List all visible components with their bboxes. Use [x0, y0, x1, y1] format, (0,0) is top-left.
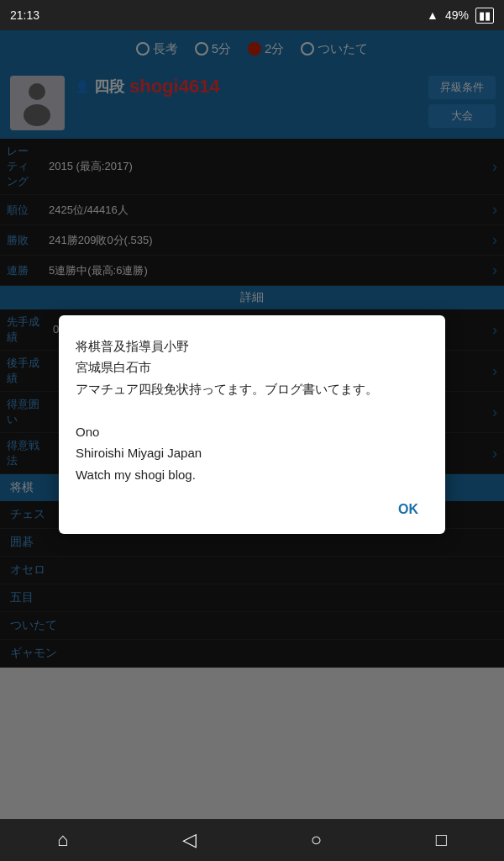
modal-line-5: Shiroishi Miyagi Japan — [76, 442, 428, 464]
modal-line-6: Watch my shogi blog. — [76, 464, 428, 486]
modal-line-2: 宮城県白石市 — [76, 357, 428, 378]
modal-line-3: アマチュア四段免状持ってます。ブログ書いてます。 — [76, 378, 428, 400]
status-right: ▲ 49% ▮▮ — [427, 8, 494, 24]
battery-percent: 49% — [445, 8, 469, 22]
modal-line-1: 将棋普及指導員小野 — [76, 335, 428, 357]
square-button[interactable]: □ — [436, 829, 447, 851]
modal-content: 将棋普及指導員小野 宮城県白石市 アマチュア四段免状持ってます。ブログ書いてます… — [76, 335, 428, 486]
status-bar: 21:13 ▲ 49% ▮▮ — [0, 0, 504, 30]
back-button[interactable]: ◁ — [182, 829, 197, 851]
time: 21:13 — [10, 8, 39, 22]
main-content: 長考 5分 2分 ついたて 👤 四段 shogi4614 — [0, 30, 504, 819]
modal-footer: OK — [76, 499, 428, 520]
battery-icon: ▮▮ — [475, 8, 494, 24]
bottom-nav: ⌂ ◁ ○ □ — [0, 819, 504, 861]
home-button[interactable]: ⌂ — [57, 829, 68, 851]
modal-line-4: Ono — [76, 421, 428, 443]
modal-overlay: 将棋普及指導員小野 宮城県白石市 アマチュア四段免状持ってます。ブログ書いてます… — [0, 30, 504, 819]
wifi-icon: ▲ — [427, 8, 438, 22]
ok-button[interactable]: OK — [388, 499, 428, 520]
circle-button[interactable]: ○ — [311, 829, 322, 851]
modal-dialog: 将棋普及指導員小野 宮城県白石市 アマチュア四段免状持ってます。ブログ書いてます… — [59, 315, 445, 535]
